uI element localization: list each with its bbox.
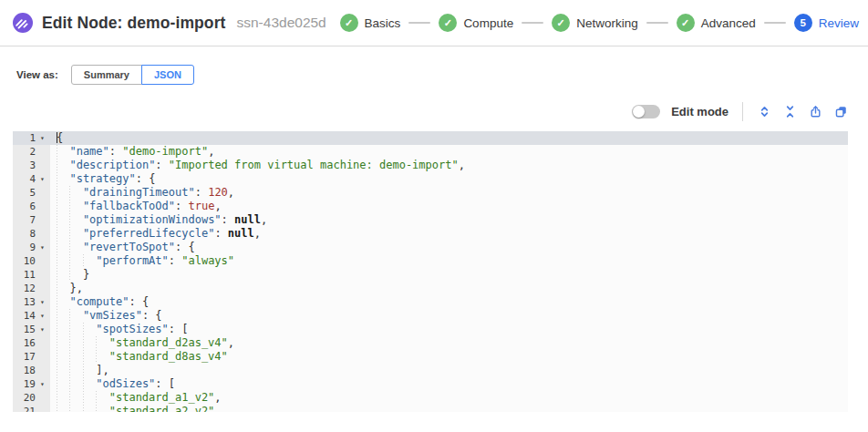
line-number: 17 (13, 350, 36, 364)
node-id: ssn-43de025d (237, 15, 326, 31)
editor-line: 14▾"vmSizes": { (13, 309, 848, 323)
gutter: 20 (13, 391, 50, 405)
copy-icon[interactable] (833, 104, 848, 118)
editor-line: 11} (13, 268, 848, 282)
editor-line: 17"standard_d8as_v4" (13, 350, 848, 364)
code-text[interactable]: } (50, 268, 848, 282)
view-as-json-button[interactable]: JSON (141, 65, 194, 85)
step-label: Networking (576, 16, 638, 30)
line-number: 20 (13, 391, 36, 405)
step-networking[interactable]: ✓Networking (552, 14, 638, 32)
fold-toggle-icon[interactable]: ▾ (36, 241, 49, 254)
step-check-icon: ✓ (439, 14, 457, 32)
gutter: 10 (13, 254, 50, 268)
editor-line: 1▾{ (13, 131, 848, 145)
line-number: 19 (13, 377, 36, 391)
code-text[interactable]: "standard_d8as_v4" (50, 350, 848, 364)
code-text[interactable]: "optimizationWindows": null, (50, 213, 848, 227)
edit-mode-label: Edit mode (671, 105, 728, 118)
line-number: 8 (13, 227, 36, 241)
code-text[interactable]: "strategy": { (50, 172, 848, 186)
gutter: 5 (13, 186, 50, 200)
gutter: 3 (13, 159, 50, 172)
line-number: 7 (13, 213, 36, 227)
line-number: 4 (13, 172, 36, 186)
code-text[interactable]: { (50, 131, 848, 145)
code-text[interactable]: ], (50, 364, 848, 377)
line-number: 14 (13, 309, 36, 323)
gutter: 12 (13, 282, 50, 295)
editor-line: 19▾"odSizes": [ (13, 377, 848, 391)
editor-line: 4▾"strategy": { (13, 172, 848, 186)
step-check-icon: ✓ (677, 14, 695, 32)
editor-line: 3"description": "Imported from virtual m… (13, 159, 848, 172)
code-text[interactable]: "name": "demo-import", (50, 145, 848, 159)
line-number: 1 (13, 131, 36, 145)
toggle-knob (633, 106, 645, 118)
code-text[interactable]: "odSizes": [ (50, 377, 848, 391)
code-text[interactable]: "vmSizes": { (50, 309, 848, 323)
step-label: Review (819, 16, 859, 30)
code-text[interactable]: "revertToSpot": { (50, 241, 848, 254)
step-check-icon: ✓ (552, 14, 570, 32)
gutter: 4▾ (13, 172, 50, 186)
code-text[interactable]: "preferredLifecycle": null, (50, 227, 848, 241)
fold-toggle-icon[interactable]: ▾ (36, 309, 49, 323)
view-as-summary-button[interactable]: Summary (71, 65, 142, 85)
step-label: Basics (365, 16, 401, 30)
gutter: 7 (13, 213, 50, 227)
code-text[interactable]: "spotSizes": [ (50, 323, 848, 336)
editor-line: 10"performAt": "always" (13, 254, 848, 268)
spot-logo-icon (13, 13, 33, 33)
expand-all-icon[interactable] (757, 104, 771, 118)
code-text[interactable]: "description": "Imported from virtual ma… (50, 159, 848, 172)
line-number: 9 (13, 241, 36, 254)
code-text[interactable]: "performAt": "always" (50, 254, 848, 268)
line-number: 11 (13, 268, 36, 282)
step-compute[interactable]: ✓Compute (439, 14, 513, 32)
edit-mode-toggle[interactable] (632, 105, 660, 118)
step-connector (522, 22, 543, 24)
line-number: 10 (13, 254, 36, 268)
toolbar-divider (742, 102, 743, 121)
code-text[interactable]: "standard_a1_v2", (50, 391, 848, 405)
text-cursor (57, 132, 57, 143)
export-icon[interactable] (808, 104, 822, 118)
editor-line: 8"preferredLifecycle": null, (13, 227, 848, 241)
code-text[interactable]: "fallbackToOd": true, (50, 200, 848, 213)
fold-toggle-icon[interactable]: ▾ (36, 131, 49, 145)
fold-toggle-icon[interactable]: ▾ (36, 172, 49, 186)
code-text[interactable]: "drainingTimeout": 120, (50, 186, 848, 200)
fold-toggle-icon[interactable]: ▾ (36, 377, 49, 391)
line-number: 5 (13, 186, 36, 200)
step-connector (408, 22, 430, 24)
step-label: Compute (463, 16, 513, 30)
code-text[interactable]: "compute": { (50, 295, 848, 309)
code-text[interactable]: "standard_a2_v2" (50, 405, 848, 412)
gutter: 11 (13, 268, 50, 282)
gutter: 6 (13, 200, 50, 213)
step-advanced[interactable]: ✓Advanced (677, 14, 756, 32)
step-basics[interactable]: ✓Basics (340, 14, 401, 32)
line-number: 3 (13, 159, 36, 172)
code-text[interactable]: "standard_d2as_v4", (50, 336, 848, 350)
fold-toggle-icon[interactable]: ▾ (36, 295, 49, 309)
view-as-segmented-control: SummaryJSON (71, 65, 194, 85)
line-number: 6 (13, 200, 36, 213)
page-title: Edit Node: demo-import (42, 14, 226, 33)
step-connector (764, 22, 786, 24)
editor-line: 21"standard_a2_v2" (13, 405, 848, 412)
gutter: 17 (13, 350, 50, 364)
fold-toggle-icon[interactable]: ▾ (36, 323, 49, 336)
collapse-all-icon[interactable] (782, 104, 797, 118)
json-code-editor[interactable]: 1▾{2"name": "demo-import",3"description"… (13, 131, 848, 412)
gutter: 1▾ (13, 131, 50, 145)
step-number: 5 (794, 14, 812, 32)
editor-line: 9▾"revertToSpot": { (13, 241, 848, 254)
step-connector (646, 22, 668, 24)
gutter: 8 (13, 227, 50, 241)
gutter: 9▾ (13, 241, 50, 254)
gutter: 13▾ (13, 295, 50, 309)
step-review[interactable]: 5Review (794, 14, 859, 32)
code-text[interactable]: }, (50, 282, 848, 295)
